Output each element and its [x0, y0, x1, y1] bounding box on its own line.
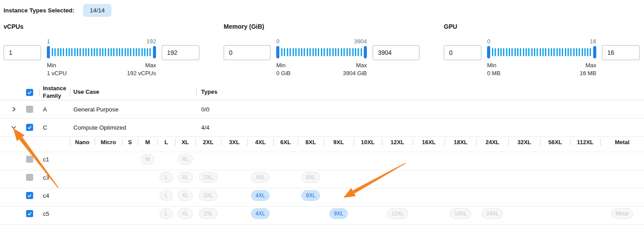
vcpus-slider-max-handle[interactable]	[153, 46, 156, 58]
group-c-types: 4/4	[196, 124, 644, 131]
size-pill-c5-9xl[interactable]: 9XL	[329, 208, 347, 219]
size-pill-c3-l: L	[160, 172, 173, 183]
slider-ticks	[281, 48, 362, 56]
size-pill-c4-xl: XL	[178, 190, 193, 201]
slider-ticks	[52, 48, 151, 56]
size-pill-c5-2xl: 2XL	[199, 208, 217, 219]
group-a-types: 0/0	[196, 106, 644, 113]
size-pill-c5-24xl: 24XL	[482, 208, 503, 219]
size-pill-c4-4xl[interactable]: 4XL	[251, 190, 269, 201]
gpu-min-input[interactable]	[444, 45, 481, 60]
vcpus-min-input[interactable]	[4, 45, 41, 60]
group-c-checkbox[interactable]	[26, 124, 33, 131]
selected-count-badge: 14/14	[83, 4, 111, 17]
instance-name-c1: c1	[39, 156, 70, 163]
size-pill-c5-xl: XL	[178, 208, 193, 219]
filter-memory: Memory (GiB) 0 3904 Min0 GiB	[224, 23, 419, 77]
gpu-min-caption: Min0 MB	[487, 61, 500, 77]
vcpus-min-caption: Min1 vCPU	[47, 61, 67, 77]
vcpus-max-input[interactable]	[162, 45, 199, 60]
size-column-header-10xl: 10XL	[354, 137, 382, 148]
group-a-use-case: General Purpose	[70, 106, 196, 113]
gpu-range-labels: 0 16	[487, 38, 596, 45]
size-pill-c5-18xl: 18XL	[450, 208, 471, 219]
column-header-types: Types	[196, 88, 644, 96]
size-column-header-8xl: 8XL	[298, 137, 324, 148]
size-column-header-56xl: 56XL	[540, 137, 570, 148]
check-icon	[27, 125, 32, 130]
instance-name-c3: c3	[39, 174, 70, 181]
chevron-right-icon	[11, 106, 17, 112]
size-pill-c5-4xl[interactable]: 4XL	[251, 208, 269, 219]
filter-vcpus: vCPUs 1 192 Min1 vCPU Max1	[4, 23, 199, 77]
gpu-range-min-label: 0	[487, 38, 490, 45]
chevron-down-icon	[11, 124, 17, 130]
size-pill-c4-l: L	[160, 190, 173, 201]
size-pill-c4-2xl: 2XL	[199, 190, 217, 201]
instance-row-c3: c3LXL2XL4XL8XL	[0, 170, 644, 188]
size-column-header-metal: Metal	[600, 137, 644, 148]
vcpus-range-labels: 1 192	[47, 38, 156, 45]
row-checkbox-c4[interactable]	[26, 192, 33, 199]
memory-range-min-label: 0	[276, 38, 279, 45]
filter-gpu-title: GPU	[444, 23, 640, 30]
filter-vcpus-title: vCPUs	[4, 23, 199, 30]
vcpus-slider-min-handle[interactable]	[47, 46, 50, 58]
size-column-header-18xl: 18XL	[445, 137, 476, 148]
row-checkbox-c5[interactable]	[26, 210, 33, 217]
instance-row-c1: c1MXL	[0, 152, 644, 170]
filter-memory-title: Memory (GiB)	[224, 23, 419, 30]
size-column-header-12xl: 12XL	[382, 137, 413, 148]
check-icon	[27, 211, 32, 216]
size-header-row: NanoMicroSMLXL2XL3XL4XL6XL8XL9XL10XL12XL…	[0, 137, 644, 152]
size-column-header-nano: Nano	[70, 137, 95, 148]
table-header-row: Instance Family Use Case Types	[0, 84, 644, 100]
vcpus-slider[interactable]	[47, 46, 156, 58]
group-a-expand-toggle[interactable]	[7, 106, 20, 112]
select-all-checkbox[interactable]	[26, 89, 33, 96]
size-column-header-xl: XL	[175, 137, 195, 148]
size-column-header-m: M	[138, 137, 157, 148]
gpu-slider-min-handle[interactable]	[487, 46, 490, 58]
gpu-slider-max-handle[interactable]	[593, 46, 596, 58]
memory-max-input[interactable]	[373, 45, 419, 60]
instance-rows: c1MXLc3LXL2XL4XL8XLc4LXL2XL4XL8XLc5LXL2X…	[0, 152, 644, 225]
gpu-max-input[interactable]	[602, 45, 640, 60]
size-pill-c5-l: L	[160, 208, 173, 219]
check-icon	[27, 193, 32, 198]
memory-min-caption: Min0 GiB	[276, 61, 291, 77]
instance-row-c5: c5LXL2XL4XL9XL12XL18XL24XLMetal	[0, 207, 644, 225]
group-a-family: A	[39, 106, 70, 113]
size-column-header-4xl: 4XL	[248, 137, 273, 148]
size-pill-c3-2xl: 2XL	[199, 172, 217, 183]
memory-slider[interactable]	[276, 46, 367, 58]
group-c-family: C	[39, 124, 70, 131]
memory-max-caption: Max3904 GiB	[343, 61, 367, 77]
memory-min-input[interactable]	[224, 45, 271, 60]
vcpus-max-caption: Max192 vCPUs	[127, 61, 156, 77]
row-checkbox-c1	[26, 156, 33, 163]
size-column-header-s: S	[122, 137, 138, 148]
vcpus-range-max-label: 192	[146, 38, 156, 45]
slider-ticks	[492, 48, 591, 56]
group-c-collapse-toggle[interactable]	[7, 124, 20, 130]
vcpus-range-min-label: 1	[47, 38, 50, 45]
memory-slider-max-handle[interactable]	[364, 46, 367, 58]
gpu-range-max-label: 16	[590, 38, 596, 45]
group-c-use-case: Compute Optimized	[70, 124, 196, 131]
size-pill-c3-4xl: 4XL	[251, 172, 269, 183]
check-icon	[27, 90, 32, 95]
size-column-header-3xl: 3XL	[221, 137, 248, 148]
size-column-header-2xl: 2XL	[195, 137, 221, 148]
group-row-c: C Compute Optimized 4/4	[0, 119, 644, 137]
gpu-slider[interactable]	[487, 46, 596, 58]
filter-gpu: GPU 0 16 Min0 MB Max16 MB	[444, 23, 640, 77]
memory-slider-min-handle[interactable]	[276, 46, 279, 58]
size-pill-c4-8xl[interactable]: 8XL	[301, 190, 320, 201]
column-header-use-case: Use Case	[70, 88, 196, 96]
size-column-header-24xl: 24XL	[476, 137, 508, 148]
size-column-header-9xl: 9XL	[324, 137, 354, 148]
selected-summary: Instance Types Selected: 14/14	[0, 0, 644, 17]
size-column-header-112xl: 112XL	[570, 137, 600, 148]
gpu-max-caption: Max16 MB	[579, 61, 596, 77]
